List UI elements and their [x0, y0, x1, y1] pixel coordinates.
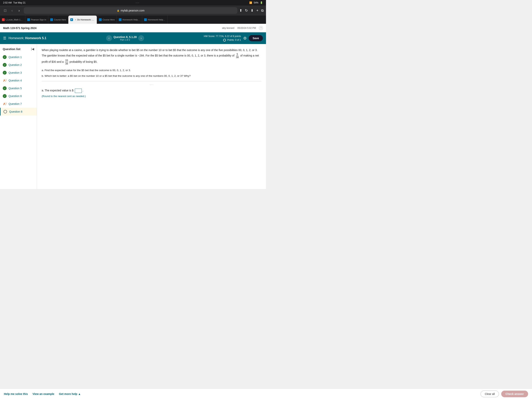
back-btn[interactable]: ‹: [9, 8, 15, 13]
question-item-1[interactable]: ✓ Question 1: [0, 53, 37, 61]
course-title: Math 119-571 Spring 2024: [3, 26, 36, 30]
hw-actions: ⚙ Save: [243, 35, 263, 41]
sidebar-toggle-btn[interactable]: ⊡: [2, 8, 8, 13]
tab-course-hero-2[interactable]: Course Hero: [97, 16, 117, 24]
check-icon-6: ✓: [3, 94, 7, 98]
add-tab-btn[interactable]: +: [256, 9, 258, 13]
dots-indicator: · · ·: [136, 1, 139, 4]
partial-icon-7: ✗/: [3, 102, 6, 106]
check-icon-5: ✓: [3, 86, 7, 90]
q7-label: Question 7: [9, 102, 22, 105]
browser-controls: ⊡ ‹ ›: [2, 8, 22, 13]
check-icon-3: ✓: [3, 71, 7, 75]
tab-hw-help-2[interactable]: Homework Help - Q...: [142, 16, 167, 24]
main-content: Question list |◀ ✓ Question 1 ✓ Question…: [0, 44, 266, 189]
hw-header: ☰ Homework: Homework 5.1 ‹ Question 8, 5…: [0, 32, 266, 44]
question-item-6[interactable]: ✓ Question 6: [0, 92, 37, 100]
tab-label-4: Do Homework - Ho...: [77, 19, 95, 21]
answer-label: a. The expected value is $ .: [42, 88, 261, 93]
question-item-3[interactable]: ✓ Question 3: [0, 69, 37, 77]
part-b-text: b. Which bet is better: a $5 bet on the …: [42, 74, 261, 78]
part-a-text: a. Find the expected value for the $5 be…: [42, 68, 261, 73]
question-item-7[interactable]: ✗/ Question 7: [0, 100, 37, 108]
round-note: (Round to the nearest cent as needed.): [42, 94, 261, 98]
wifi-icon: 📶: [249, 1, 252, 4]
status-left: 2:02 AM Tue May 21: [3, 1, 25, 4]
tab-label-1: L.Louie_Math 119-5....: [6, 19, 23, 21]
tabs-btn[interactable]: ⧉: [261, 9, 264, 13]
hw-title: Homework: Homework 5.1: [9, 36, 46, 40]
reload-btn[interactable]: ↻: [245, 8, 248, 13]
q4-status-icon: ✗/: [3, 78, 7, 82]
battery-display: 54%: [254, 1, 258, 4]
tabs-bar: L.Louie_Math 119-5.... Pearson Sign In C…: [0, 16, 266, 24]
browser-chrome: ⊡ ‹ › 🔒 mylab.pearson.com ⬆ ↻ ⬇ + ⧉: [0, 6, 266, 16]
tab-do-homework[interactable]: P ✕ Do Homework - Ho...: [68, 16, 97, 24]
forward-btn[interactable]: ›: [16, 8, 22, 13]
fraction2-denominator: 38: [65, 62, 68, 65]
question-title: Question 8, 5.1.28: [114, 35, 137, 39]
tab-hw-help-1[interactable]: Homework Help - Q...: [117, 16, 142, 24]
q8-label: Question 8: [9, 110, 22, 113]
lock-icon: 🔒: [117, 9, 120, 12]
question-item-5[interactable]: ✓ Question 5: [0, 84, 37, 92]
partial-icon-4: ✗/: [3, 79, 6, 82]
prev-question-btn[interactable]: ‹: [106, 35, 112, 41]
tab-favicon-2: [27, 18, 30, 21]
status-right: 📶 54% 🔋: [249, 1, 263, 4]
course-header: Math 119-571 Spring 2024 aby leonard 05/…: [0, 24, 266, 32]
fraction-33-38: 33 38: [65, 59, 68, 65]
tab-favicon-5: [99, 18, 102, 21]
question-text: When playing roulette at a casino, a gam…: [42, 48, 261, 65]
q5-status-icon: ✓: [3, 86, 7, 90]
share-btn[interactable]: ⬆: [239, 8, 242, 13]
save-btn[interactable]: Save: [249, 35, 263, 41]
help-circle-icon[interactable]: ?: [259, 26, 263, 30]
tab-louie[interactable]: L.Louie_Math 119-5....: [0, 16, 25, 24]
tab-label-3: Course Hero: [54, 19, 66, 21]
points-display: Points: 0 of 1: [204, 38, 241, 42]
tab-favicon-7: [144, 18, 147, 21]
status-bar: 2:02 AM Tue May 21 · · · 📶 54% 🔋: [0, 0, 266, 6]
username-display: aby leonard: [222, 27, 234, 29]
tab-pearson-signin[interactable]: Pearson Sign In: [25, 16, 48, 24]
fraction-5-38: 5 38: [235, 53, 239, 59]
question-content-area: When playing roulette at a casino, a gam…: [37, 44, 266, 189]
tab-label-2: Pearson Sign In: [31, 19, 46, 21]
q1-label: Question 1: [9, 56, 22, 59]
points-text: Points: 0 of 1: [227, 39, 241, 41]
tab-favicon-4: P: [70, 18, 73, 21]
q3-label: Question 3: [9, 71, 22, 74]
next-question-btn[interactable]: ›: [138, 35, 144, 41]
q4-label: Question 4: [9, 79, 22, 82]
date-display: 05/20/24 5:02 PM: [237, 27, 256, 29]
question-sub: Part 1 of 2: [114, 39, 137, 41]
hw-score-display: HW Score: 77.71%, 6.22 of 8 points: [204, 34, 241, 38]
browser-actions: ⬆ ↻ ⬇ + ⧉: [239, 8, 264, 13]
settings-btn[interactable]: ⚙: [243, 36, 247, 40]
question-item-4[interactable]: ✗/ Question 4: [0, 77, 37, 84]
tab-close-4[interactable]: ✕: [75, 19, 76, 21]
answer-section: a. The expected value is $ . (Round to t…: [42, 88, 261, 98]
tab-favicon-3: [50, 18, 53, 21]
collapse-sidebar-btn[interactable]: |◀: [31, 47, 34, 51]
tab-course-hero-1[interactable]: Course Hero: [48, 16, 68, 24]
hw-score-section: HW Score: 77.71%, 6.22 of 8 points Point…: [204, 34, 241, 42]
divider: [42, 81, 261, 81]
time-display: 2:02 AM: [3, 1, 12, 4]
address-bar[interactable]: 🔒 mylab.pearson.com: [24, 7, 237, 14]
q6-label: Question 6: [9, 95, 22, 98]
hw-navigation: ‹ Question 8, 5.1.28 Part 1 of 2 ›: [106, 35, 144, 41]
download-btn[interactable]: ⬇: [251, 8, 253, 13]
q6-status-icon: ✓: [3, 94, 7, 98]
question-item-2[interactable]: ✓ Question 2: [0, 61, 37, 69]
expand-handle[interactable]: · · ·: [42, 82, 261, 86]
menu-icon[interactable]: ☰: [3, 36, 6, 40]
hw-label: Homework:: [9, 36, 24, 40]
tab-favicon-1: [2, 18, 5, 21]
question-item-8[interactable]: Question 8: [0, 108, 37, 116]
question-info: Question 8, 5.1.28 Part 1 of 2: [114, 35, 137, 41]
answer-input[interactable]: [75, 89, 82, 93]
q2-status-icon: ✓: [3, 63, 7, 67]
circle-icon-8: [4, 110, 7, 113]
